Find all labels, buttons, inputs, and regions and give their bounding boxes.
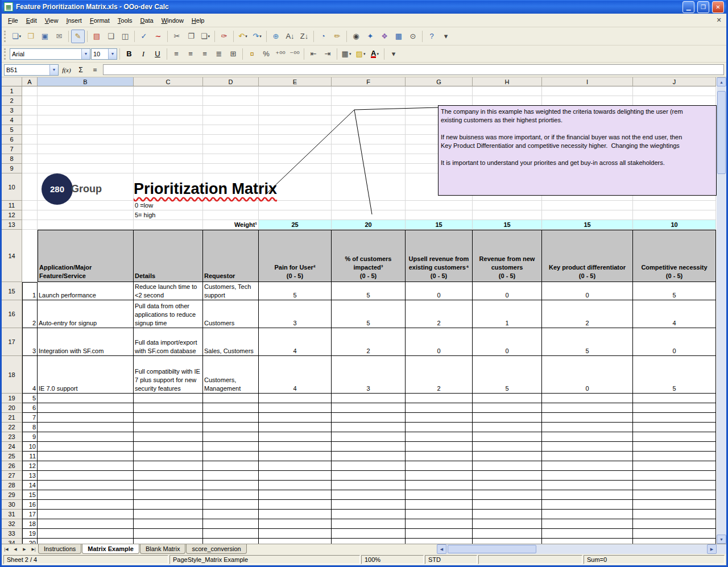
cell-E16[interactable]: 3	[259, 300, 332, 328]
cell-A7[interactable]	[22, 144, 38, 154]
cell-E32[interactable]	[259, 519, 332, 529]
cell-G26[interactable]	[406, 461, 473, 471]
cell-H33[interactable]	[473, 529, 542, 539]
cell-F24[interactable]	[332, 442, 406, 452]
cell-D33[interactable]	[203, 529, 259, 539]
cell-C15[interactable]: Reduce launch time to <2 second	[134, 282, 203, 300]
cell-F12[interactable]	[332, 210, 406, 220]
cell-C7[interactable]	[134, 144, 203, 154]
cell-F21[interactable]	[332, 413, 406, 423]
row-header-25[interactable]: 25	[2, 452, 22, 461]
cell-G27[interactable]	[406, 471, 473, 481]
cell-G12[interactable]	[406, 210, 473, 220]
cell-J14[interactable]: Competitive necessity (0 - 5)	[633, 230, 716, 282]
scroll-left-button[interactable]: ◀	[437, 544, 446, 554]
align-justified-icon[interactable]: ≣	[212, 47, 226, 61]
cell-I26[interactable]	[542, 461, 633, 471]
paste-icon[interactable]: ❏▾	[198, 30, 212, 43]
first-sheet-button[interactable]: |◀	[2, 544, 11, 554]
cell-D25[interactable]	[203, 452, 259, 461]
email-icon[interactable]: ✉	[52, 30, 66, 43]
cell-I17[interactable]: 5	[542, 328, 633, 356]
cell-H17[interactable]: 0	[473, 328, 542, 356]
previous-sheet-button[interactable]: ◀	[11, 544, 20, 554]
sheet-tab-matrix-example[interactable]: Matrix Example	[82, 544, 139, 554]
export-pdf-icon[interactable]: ▤	[90, 30, 104, 43]
cell-F13[interactable]: 20	[332, 220, 406, 230]
row-header-27[interactable]: 27	[2, 471, 22, 481]
cell-B23[interactable]	[38, 432, 134, 442]
cell-F31[interactable]	[332, 510, 406, 519]
cell-C24[interactable]	[134, 442, 203, 452]
cell-F5[interactable]	[332, 125, 406, 135]
borders-icon[interactable]: ▦▾	[340, 47, 353, 61]
cell-A19[interactable]: 5	[22, 394, 38, 403]
horizontal-scroll-track[interactable]	[446, 544, 707, 554]
cell-D27[interactable]	[203, 471, 259, 481]
row-header-1[interactable]: 1	[2, 86, 22, 96]
cell-B1[interactable]	[38, 86, 134, 96]
cell-A31[interactable]: 17	[22, 510, 38, 519]
cell-E11[interactable]	[259, 201, 332, 210]
cell-A6[interactable]	[22, 135, 38, 144]
cell-C18[interactable]: Full compatibilty with IE 7 plus support…	[134, 356, 203, 394]
row-header-11[interactable]: 11	[2, 201, 22, 210]
column-header-I[interactable]: I	[542, 77, 633, 86]
cell-H1[interactable]	[473, 86, 542, 96]
row-header-10[interactable]: 10	[2, 173, 22, 201]
cell-I28[interactable]	[542, 481, 633, 490]
cell-A2[interactable]	[22, 96, 38, 106]
cell-B33[interactable]	[38, 529, 134, 539]
cell-D22[interactable]	[203, 423, 259, 432]
cell-D7[interactable]	[203, 144, 259, 154]
cell-C9[interactable]	[134, 164, 203, 173]
cell-J27[interactable]	[633, 471, 716, 481]
cell-J34[interactable]	[633, 539, 716, 544]
cell-G31[interactable]	[406, 510, 473, 519]
cell-E19[interactable]	[259, 394, 332, 403]
cell-F23[interactable]	[332, 432, 406, 442]
cell-J18[interactable]: 5	[633, 356, 716, 394]
cell-I24[interactable]	[542, 442, 633, 452]
cell-F27[interactable]	[332, 471, 406, 481]
menu-view[interactable]: View	[41, 15, 63, 26]
cell-F29[interactable]	[332, 490, 406, 500]
cell-D3[interactable]	[203, 106, 259, 115]
cell-D15[interactable]: Customers, Tech support	[203, 282, 259, 300]
cell-C20[interactable]	[134, 403, 203, 413]
scroll-down-button[interactable]: ▼	[717, 535, 726, 544]
cell-G1[interactable]	[406, 86, 473, 96]
cell-D18[interactable]: Customers, Management	[203, 356, 259, 394]
cell-D14[interactable]: Requestor	[203, 230, 259, 282]
cell-D28[interactable]	[203, 481, 259, 490]
cell-H25[interactable]	[473, 452, 542, 461]
row-header-12[interactable]: 12	[2, 210, 22, 220]
cell-H32[interactable]	[473, 519, 542, 529]
menu-window[interactable]: Window	[158, 15, 188, 26]
copy-icon[interactable]: ❐	[184, 30, 198, 43]
cell-A8[interactable]	[22, 154, 38, 164]
font-size-dropdown-icon[interactable]: ▼	[108, 49, 117, 59]
cell-H12[interactable]	[473, 210, 542, 220]
cell-C3[interactable]	[134, 106, 203, 115]
cell-J17[interactable]: 0	[633, 328, 716, 356]
row-header-9[interactable]: 9	[2, 164, 22, 173]
cell-G17[interactable]: 0	[406, 328, 473, 356]
cell-B29[interactable]	[38, 490, 134, 500]
vertical-scroll-track[interactable]	[717, 86, 726, 535]
increase-indent-icon[interactable]: ⇥	[321, 47, 334, 61]
cell-F10[interactable]	[332, 173, 406, 201]
cell-C21[interactable]	[134, 413, 203, 423]
cell-C6[interactable]	[134, 135, 203, 144]
sheet-tab-instructions[interactable]: Instructions	[38, 544, 81, 554]
cell-B18[interactable]: IE 7.0 support	[38, 356, 134, 394]
cell-A9[interactable]	[22, 164, 38, 173]
help-icon[interactable]: ?	[425, 30, 439, 43]
cell-F2[interactable]	[332, 96, 406, 106]
cell-G22[interactable]	[406, 423, 473, 432]
cell-D11[interactable]	[203, 201, 259, 210]
cell-J16[interactable]: 4	[633, 300, 716, 328]
cell-I33[interactable]	[542, 529, 633, 539]
cell-I31[interactable]	[542, 510, 633, 519]
cell-I18[interactable]: 0	[542, 356, 633, 394]
